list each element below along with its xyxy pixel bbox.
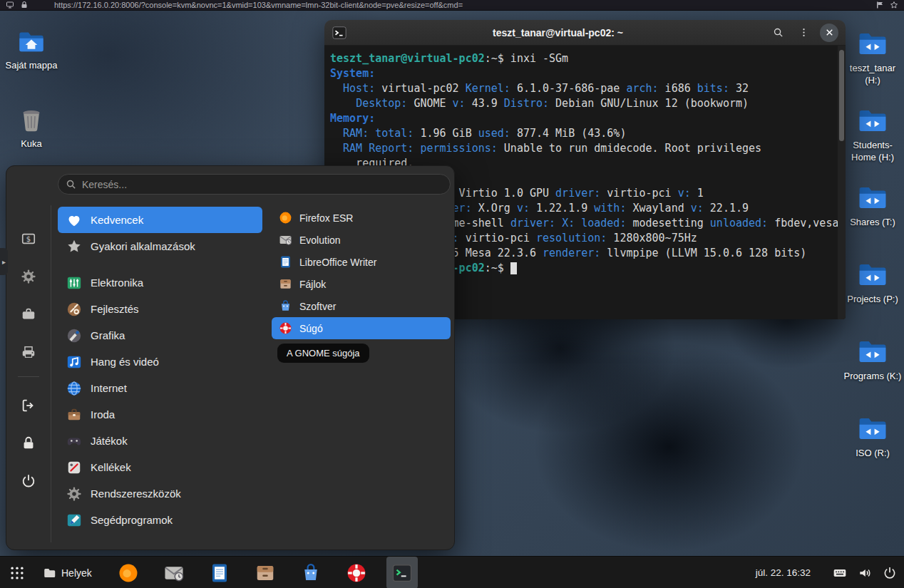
terminal-search-button[interactable]	[769, 24, 787, 42]
terminal-text	[330, 82, 343, 95]
drive-folder-icon	[858, 413, 888, 443]
files-icon	[255, 562, 276, 584]
terminal-scrollbar	[838, 46, 846, 319]
terminal-text: 43.9	[466, 97, 504, 110]
taskbar-app-terminal[interactable]	[386, 557, 418, 588]
desktop-icon-drive[interactable]: Shares (T:)	[841, 182, 904, 229]
terminal-text: 1.96 GiB	[414, 127, 478, 140]
places-button[interactable]: Helyek	[36, 557, 99, 588]
menu-category-electronics[interactable]: Elektronika	[58, 269, 262, 296]
menu-app-files[interactable]: Fájlok	[272, 273, 451, 295]
terminal-menu-kebab-button[interactable]	[794, 24, 813, 42]
volume-icon[interactable]	[858, 566, 872, 580]
drive-label: ISO (R:)	[856, 448, 890, 460]
menu-category-audio-video[interactable]: Hang és videó	[58, 349, 262, 375]
drive-label: teszt_tanar (H:)	[841, 63, 904, 87]
menu-category-internet[interactable]: Internet	[58, 375, 262, 401]
taskbar-app-firefox[interactable]	[113, 557, 144, 588]
terminal-line: teszt_tanar@virtual-pc02:~$ inxi -SGm	[330, 51, 836, 66]
terminal-text: X.Org	[472, 202, 517, 215]
rail-lock-button[interactable]	[19, 435, 38, 451]
drive-label: Projects (P:)	[847, 294, 898, 306]
url-field[interactable]: https://172.16.0.20:8006/?console=kvm&no…	[54, 0, 870, 10]
rail-power-button[interactable]	[19, 473, 38, 489]
desktop-icon-home[interactable]: Saját mappa	[1, 27, 61, 72]
desktop-icon-label: Kuka	[21, 138, 42, 150]
menu-app-software[interactable]: Szoftver	[272, 295, 451, 317]
drive-folder-icon	[858, 182, 888, 212]
app-label: Szoftver	[299, 301, 336, 312]
taskbar-app-writer[interactable]	[204, 557, 235, 588]
writer-icon	[279, 255, 292, 269]
taskbar-app-evolution[interactable]	[158, 557, 190, 588]
power-icon[interactable]	[883, 566, 897, 580]
terminal-text: teszt_tanar@virtual-pc02	[330, 52, 485, 65]
clock[interactable]: júl. 22. 16:32	[756, 567, 811, 578]
terminal-line: System:	[330, 66, 836, 81]
desktop-drive-icons: teszt_tanar (H:)Students-Home (H:)Shares…	[841, 29, 904, 556]
connection-secure-lock-icon[interactable]	[20, 1, 29, 9]
menu-category-graphics[interactable]: Grafika	[58, 322, 262, 349]
menu-category-accessories[interactable]: Kellékek	[58, 454, 262, 480]
terminal-text	[555, 217, 562, 229]
desktop-icon-drive[interactable]: Projects (P:)	[841, 259, 904, 306]
menu-category-utilities[interactable]: Segédprogramok	[58, 507, 262, 533]
taskbar-app-files[interactable]	[250, 557, 281, 588]
keyboard-layout-icon[interactable]	[833, 566, 847, 580]
bookmark-star-icon[interactable]	[890, 1, 898, 9]
terminal-text: 877.4 MiB (43.6%)	[510, 127, 627, 140]
terminal-scrollbar-thumb[interactable]	[839, 50, 844, 141]
application-menu: $ KedvencekGyakori alkalmazásokElektroni…	[6, 165, 455, 550]
menu-app-evolution[interactable]: Evolution	[272, 229, 451, 251]
terminal-text: :~$ inxi -SGm	[485, 52, 568, 65]
screen-edge-handle[interactable]: ▸	[0, 248, 8, 275]
taskbar-app-help[interactable]	[341, 557, 372, 588]
menu-app-help[interactable]: Súgó	[272, 317, 451, 339]
terminal-text: RAM Report:	[343, 142, 414, 155]
rail-logout-button[interactable]	[19, 398, 38, 413]
menu-category-games[interactable]: Játékok	[58, 428, 262, 454]
menu-search-box[interactable]	[58, 174, 451, 195]
terminal-text: llvmpipe (LLVM 15.0.6 128 bits)	[600, 247, 806, 259]
drive-label: Shares (T:)	[850, 217, 895, 229]
desktop-icon-trash[interactable]: Kuka	[1, 105, 61, 150]
terminal-text: Unable to run dmidecode. Root privileges	[498, 142, 761, 155]
terminal-titlebar[interactable]: teszt_tanar@virtual-pc02: ~	[324, 20, 846, 46]
terminal-line: RAM: total: 1.96 GiB used: 877.4 MiB (43…	[330, 126, 836, 141]
rail-briefcase-button[interactable]	[19, 306, 38, 322]
menu-app-firefox[interactable]: Firefox ESR	[272, 207, 451, 229]
desktop-icon-drive[interactable]: teszt_tanar (H:)	[841, 29, 904, 87]
menu-category-office[interactable]: Iroda	[58, 401, 262, 428]
terminal-text	[330, 142, 343, 155]
drive-label: Students-Home (H:)	[841, 140, 904, 164]
menu-rail-top: $	[6, 231, 51, 360]
evolution-icon	[163, 562, 185, 584]
search-input[interactable]	[82, 179, 443, 190]
terminal-text: loaded:	[581, 217, 626, 229]
menu-app-writer[interactable]: LibreOffice Writer	[272, 251, 451, 273]
taskbar-app-software[interactable]	[295, 557, 327, 588]
menu-category-development[interactable]: Fejlesztés	[58, 296, 262, 322]
terminal-text: Memory:	[330, 112, 375, 125]
desktop-icon-drive[interactable]: Students-Home (H:)	[841, 105, 904, 164]
terminal-text: Debian GNU/Linux 12 (bookworm)	[549, 97, 749, 110]
terminal-text: virtio-pci	[600, 187, 677, 200]
menu-category-list: KedvencekGyakori alkalmazásokElektronika…	[58, 207, 262, 533]
rail-settings-button[interactable]	[19, 269, 38, 284]
terminal-text	[330, 127, 343, 140]
menu-category-frequent[interactable]: Gyakori alkalmazások	[58, 233, 262, 259]
close-button[interactable]	[820, 24, 838, 42]
menu-rail-session	[6, 398, 51, 489]
menu-category-favorites[interactable]: Kedvencek	[58, 207, 262, 233]
star-icon	[66, 239, 82, 254]
software-icon	[279, 299, 292, 313]
audio-video-icon	[66, 354, 82, 370]
desktop-icon-drive[interactable]: ISO (R:)	[841, 413, 904, 460]
app-grid-button[interactable]	[3, 557, 31, 588]
taskbar-launchers	[113, 557, 418, 588]
permissions-flag-icon[interactable]	[875, 1, 884, 9]
desktop-icon-drive[interactable]: Programs (K:)	[841, 336, 904, 383]
menu-category-system-tools[interactable]: Rendszereszközök	[58, 480, 262, 507]
rail-software-manager-button[interactable]: $	[19, 231, 38, 247]
rail-printer-button[interactable]	[19, 344, 38, 360]
